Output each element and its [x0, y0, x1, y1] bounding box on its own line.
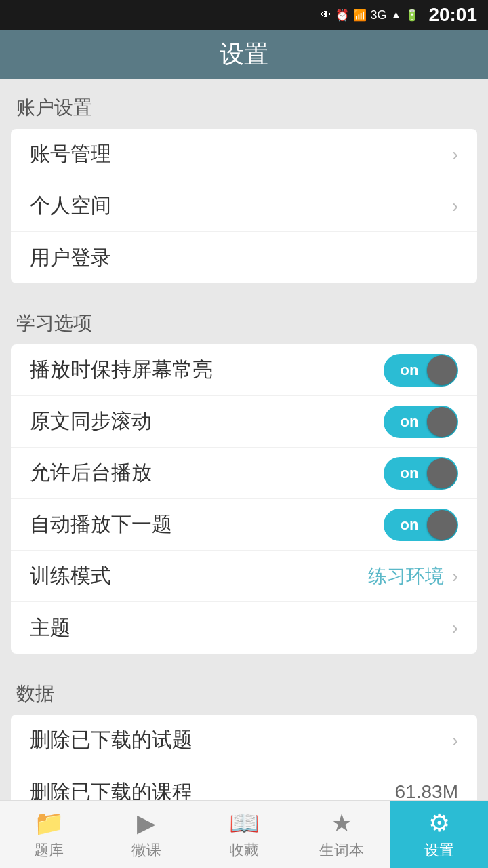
- toggle-on-label: on: [384, 516, 426, 534]
- chevron-right-icon: ›: [452, 195, 458, 217]
- train-mode-right: 练习环境 ›: [368, 564, 458, 589]
- wordbook-icon: ★: [331, 809, 352, 837]
- favorites-icon: 📖: [229, 809, 260, 837]
- bg-play-toggle[interactable]: on: [384, 457, 458, 490]
- auto-next-toggle[interactable]: on: [384, 509, 458, 541]
- nav-micro-course[interactable]: ▶ 微课: [98, 801, 195, 868]
- toggle-on-label: on: [384, 413, 426, 431]
- micro-course-icon: ▶: [137, 809, 156, 837]
- personal-space-label: 个人空间: [30, 192, 111, 220]
- keep-screen-on-item[interactable]: 播放时保持屏幕常亮 on: [11, 344, 477, 396]
- nav-wordbook-label: 生词本: [319, 840, 364, 861]
- theme-right: ›: [452, 617, 458, 639]
- nav-favorites[interactable]: 📖 收藏: [195, 801, 293, 868]
- auto-next-item[interactable]: 自动播放下一题 on: [11, 499, 477, 551]
- settings-icon: ⚙: [428, 809, 450, 837]
- settings-content: 账户设置 账号管理 › 个人空间 › 用户登录 学习选项 播放时保持屏幕常亮: [0, 79, 488, 868]
- toggle-knob: [427, 355, 457, 385]
- toggle-on-label: on: [384, 361, 426, 379]
- keep-screen-on-toggle[interactable]: on: [384, 354, 458, 387]
- status-time: 20:01: [428, 4, 477, 26]
- user-login-label: 用户登录: [30, 244, 111, 272]
- toggle-knob: [427, 458, 457, 488]
- train-mode-value: 练习环境: [368, 564, 444, 589]
- chevron-right-icon: ›: [452, 144, 458, 165]
- chevron-right-icon: ›: [452, 730, 458, 751]
- study-section-label: 学习选项: [0, 294, 488, 344]
- signal-icon: ▲: [391, 9, 402, 21]
- nav-micro-course-label: 微课: [131, 840, 161, 861]
- toggle-on-label: on: [384, 465, 426, 482]
- bottom-nav: 📁 题库 ▶ 微课 📖 收藏 ★ 生词本 ⚙ 设置: [0, 800, 488, 868]
- sync-scroll-item[interactable]: 原文同步滚动 on: [11, 396, 477, 448]
- data-section-label: 数据: [0, 665, 488, 715]
- toggle-knob: [427, 407, 457, 437]
- theme-item[interactable]: 主题 ›: [11, 602, 477, 654]
- nav-settings[interactable]: ⚙ 设置: [390, 801, 488, 868]
- bg-play-toggle-wrapper: on: [384, 457, 458, 490]
- account-mgmt-label: 账号管理: [30, 140, 111, 168]
- train-mode-label: 训练模式: [30, 562, 111, 590]
- study-card: 播放时保持屏幕常亮 on 原文同步滚动 on 允许后台播放: [11, 344, 477, 654]
- bg-play-item[interactable]: 允许后台播放 on: [11, 448, 477, 499]
- chevron-right-icon: ›: [452, 566, 458, 587]
- user-login-item[interactable]: 用户登录: [11, 232, 477, 283]
- question-bank-icon: 📁: [34, 809, 64, 837]
- account-mgmt-right: ›: [452, 144, 458, 165]
- sync-scroll-label: 原文同步滚动: [30, 408, 152, 435]
- nav-favorites-label: 收藏: [229, 840, 259, 861]
- bg-play-label: 允许后台播放: [30, 459, 152, 487]
- account-section-label: 账户设置: [0, 79, 488, 129]
- account-card: 账号管理 › 个人空间 › 用户登录: [11, 129, 477, 283]
- status-bar: 👁 ⏰ 📶 3G ▲ 🔋 20:01: [0, 0, 488, 30]
- nav-settings-label: 设置: [424, 840, 454, 861]
- nav-wordbook[interactable]: ★ 生词本: [293, 801, 390, 868]
- theme-label: 主题: [30, 614, 70, 642]
- network-3g-icon: 3G: [371, 8, 387, 22]
- alarm-icon: ⏰: [336, 9, 349, 22]
- delete-exams-item[interactable]: 删除已下载的试题 ›: [11, 715, 477, 766]
- nav-question-bank-label: 题库: [34, 840, 64, 861]
- nav-question-bank[interactable]: 📁 题库: [0, 801, 98, 868]
- battery-icon: 🔋: [405, 9, 419, 22]
- personal-space-right: ›: [452, 195, 458, 217]
- status-icons: 👁 ⏰ 📶 3G ▲ 🔋 20:01: [321, 4, 477, 26]
- auto-next-toggle-wrapper: on: [384, 509, 458, 541]
- toggle-knob: [427, 510, 457, 540]
- delete-exams-right: ›: [452, 730, 458, 751]
- keep-screen-on-label: 播放时保持屏幕常亮: [30, 356, 213, 384]
- settings-header: 设置: [0, 30, 488, 79]
- page-title: 设置: [220, 38, 268, 71]
- wifi-icon: 📶: [353, 9, 367, 22]
- sync-scroll-toggle[interactable]: on: [384, 406, 458, 438]
- personal-space-item[interactable]: 个人空间 ›: [11, 180, 477, 232]
- auto-next-label: 自动播放下一题: [30, 511, 172, 538]
- keep-screen-on-toggle-wrapper: on: [384, 354, 458, 387]
- train-mode-item[interactable]: 训练模式 练习环境 ›: [11, 551, 477, 602]
- eye-icon: 👁: [321, 9, 331, 21]
- chevron-right-icon: ›: [452, 617, 458, 639]
- sync-scroll-toggle-wrapper: on: [384, 406, 458, 438]
- account-mgmt-item[interactable]: 账号管理 ›: [11, 129, 477, 180]
- delete-exams-label: 删除已下载的试题: [30, 726, 192, 754]
